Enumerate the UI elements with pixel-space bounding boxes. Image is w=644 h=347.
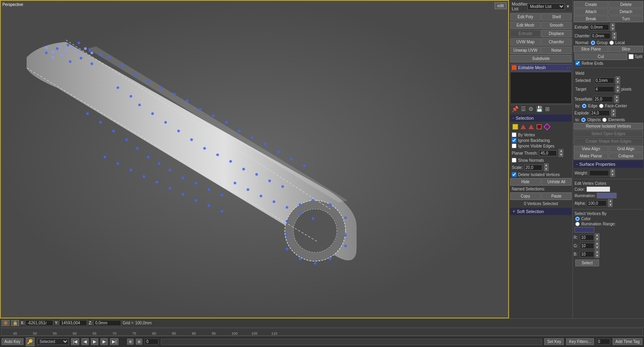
r-up-btn[interactable]: ▲ — [595, 233, 600, 237]
modifier-dropdown[interactable]: Modifier List — [527, 3, 565, 10]
r-spinner[interactable]: ▲ ▼ — [595, 233, 600, 241]
explode-down-btn[interactable]: ▼ — [611, 113, 616, 117]
weight-spinner[interactable]: ▲ ▼ — [610, 169, 615, 177]
select-by-color-swatch[interactable] — [574, 227, 594, 233]
weld-target-input[interactable] — [594, 86, 614, 92]
pin-icon[interactable]: 📌 — [512, 106, 518, 112]
edit-mesh-btn[interactable]: Edit Mesh — [510, 21, 541, 29]
explode-input[interactable] — [590, 110, 610, 116]
subdivide-btn[interactable]: Subdivide — [510, 55, 572, 62]
chamfer-mod-btn[interactable]: Chamfer — [541, 38, 572, 46]
frame-input[interactable] — [145, 339, 159, 345]
create-shape-from-edges-btn[interactable]: Create Shape from Edges — [574, 138, 643, 145]
r-down-btn[interactable]: ▼ — [595, 237, 600, 241]
shell-btn[interactable]: Shell — [541, 13, 572, 21]
ignore-visible-edges-checkbox[interactable] — [512, 143, 516, 148]
unhide-all-btn[interactable]: Unhide All — [541, 178, 572, 186]
set-key-btn[interactable]: Set Key — [544, 338, 564, 345]
frame-slider[interactable] — [161, 339, 542, 345]
detach-btn[interactable]: Detach — [609, 8, 643, 15]
collapse-btn[interactable]: Collapse — [609, 153, 643, 159]
chamfer-up-btn[interactable]: ▲ — [612, 32, 617, 36]
z-coord-input[interactable] — [93, 320, 121, 326]
soft-selection-header[interactable]: + Soft Selection — [510, 208, 572, 215]
planar-up-btn[interactable]: ▲ — [559, 149, 563, 153]
tessellate-spinner[interactable]: ▲ ▼ — [614, 95, 619, 103]
g-up-btn[interactable]: ▲ — [595, 242, 600, 246]
selected-dropdown[interactable]: Selected — [37, 338, 69, 345]
weld-target-spinner[interactable]: ▲ ▼ — [615, 85, 620, 93]
ignore-backfacing-checkbox[interactable] — [512, 138, 516, 143]
angle-snap-btn[interactable]: 🔒 — [11, 320, 19, 326]
auto-key-btn[interactable]: Auto Key — [2, 338, 23, 345]
polygon-sel-icon[interactable] — [536, 123, 543, 130]
top-right-button[interactable]: edit — [495, 2, 507, 9]
key-mode-btn[interactable]: 🔑 — [26, 337, 35, 346]
tess-face-radio[interactable] — [599, 104, 603, 108]
smooth-btn[interactable]: Smooth — [541, 21, 572, 29]
slice-plane-btn[interactable]: Slice Plane — [574, 46, 608, 52]
show-stack-icon[interactable]: ☰ — [521, 106, 526, 112]
weld-target-up-btn[interactable]: ▲ — [615, 85, 620, 89]
alpha-down-btn[interactable]: ▼ — [608, 203, 613, 207]
selection-section-header[interactable]: - Selection — [510, 114, 572, 122]
copy-btn[interactable]: Copy — [510, 192, 541, 200]
attach-btn[interactable]: Attach — [574, 8, 608, 15]
delete-isolated-checkbox[interactable] — [512, 172, 516, 177]
save-icon[interactable]: 💾 — [536, 106, 543, 112]
cut-btn[interactable]: Cut — [574, 53, 627, 60]
planar-threshold-input[interactable] — [539, 150, 557, 156]
g-spinner[interactable]: ▲ ▼ — [595, 242, 600, 250]
refine-ends-checkbox[interactable] — [575, 61, 580, 66]
slice-btn[interactable]: Slice — [609, 46, 643, 52]
explode-objects-radio[interactable] — [581, 118, 586, 122]
create-btn[interactable]: Create — [574, 1, 608, 8]
b-up-btn[interactable]: ▲ — [595, 250, 600, 254]
snap-btn2[interactable]: ⊕ — [136, 339, 142, 345]
configure-icon[interactable]: ⚙ — [528, 106, 534, 112]
svby-color-radio[interactable] — [575, 217, 580, 221]
tessellate-input[interactable] — [593, 96, 613, 102]
element-sel-icon[interactable] — [543, 123, 551, 130]
surface-properties-header[interactable]: - Surface Properties — [574, 161, 643, 168]
window-icon[interactable]: ⊞ — [545, 106, 550, 112]
unwrap-uvw-btn[interactable]: Unwrap UVW — [510, 47, 541, 54]
extrude-input[interactable] — [589, 24, 609, 30]
x-coord-input[interactable] — [25, 320, 53, 326]
timeline-ruler[interactable]: 45 50 55 60 65 70 75 80 85 90 95 100 105… — [1, 328, 643, 336]
weight-down-btn[interactable]: ▼ — [610, 173, 615, 177]
planar-down-btn[interactable]: ▼ — [559, 153, 563, 157]
view-align-btn[interactable]: View Align — [574, 145, 608, 152]
remove-isolated-btn[interactable]: Remove Isolated Vertices — [574, 123, 643, 130]
weld-sel-up-btn[interactable]: ▲ — [615, 76, 620, 80]
chamfer-input[interactable] — [591, 33, 611, 39]
weight-up-btn[interactable]: ▲ — [610, 169, 615, 173]
select-by-color-btn[interactable]: Select — [575, 260, 599, 266]
next-key-btn[interactable]: ▶| — [110, 338, 118, 345]
delete-btn[interactable]: Delete — [609, 1, 643, 8]
y-coord-input[interactable] — [59, 320, 87, 326]
weld-target-down-btn[interactable]: ▼ — [615, 89, 620, 93]
add-time-tag-btn[interactable]: Add Time Tag — [613, 338, 642, 345]
edge-sel-icon[interactable] — [520, 123, 527, 130]
alpha-up-btn[interactable]: ▲ — [608, 199, 613, 203]
editable-mesh-header[interactable]: Editable Mesh · · — [510, 64, 572, 71]
prev-key-btn[interactable]: |◀ — [71, 338, 79, 345]
scale-spinner[interactable]: ▲ ▼ — [544, 163, 549, 171]
split-checkbox[interactable] — [629, 54, 634, 59]
extrude-up-btn[interactable]: ▲ — [610, 23, 615, 27]
tess-down-btn[interactable]: ▼ — [614, 99, 619, 103]
weld-sel-down-btn[interactable]: ▼ — [615, 80, 620, 84]
scale-up-btn[interactable]: ▲ — [544, 163, 549, 167]
viewport[interactable]: Perspective edit — [0, 0, 509, 318]
border-sel-icon[interactable] — [528, 123, 535, 130]
illumination-swatch[interactable] — [597, 193, 617, 198]
turn-btn[interactable]: Turn — [609, 16, 643, 22]
hide-btn[interactable]: Hide — [510, 178, 541, 186]
vertex-sel-icon[interactable] — [512, 123, 519, 130]
b-input[interactable] — [580, 251, 594, 257]
planar-threshold-spinner[interactable]: ▲ ▼ — [559, 149, 563, 157]
explode-elements-radio[interactable] — [602, 118, 607, 122]
normal-group-radio[interactable] — [591, 41, 595, 45]
end-frame-input[interactable] — [596, 339, 610, 345]
